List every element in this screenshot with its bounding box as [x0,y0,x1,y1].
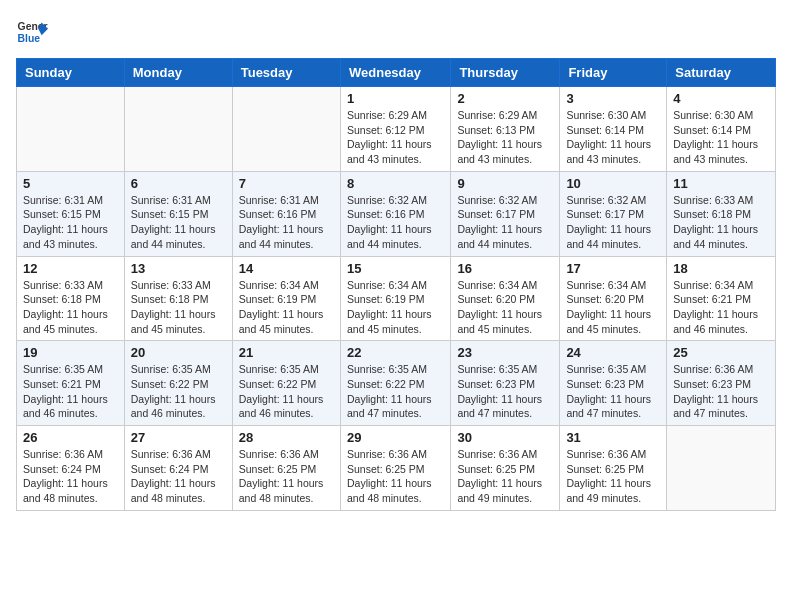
week-row-4: 19Sunrise: 6:35 AM Sunset: 6:21 PM Dayli… [17,341,776,426]
calendar-table: SundayMondayTuesdayWednesdayThursdayFrid… [16,58,776,511]
day-header-saturday: Saturday [667,59,776,87]
day-info: Sunrise: 6:34 AM Sunset: 6:19 PM Dayligh… [347,278,444,337]
day-info: Sunrise: 6:33 AM Sunset: 6:18 PM Dayligh… [23,278,118,337]
day-number: 5 [23,176,118,191]
day-number: 23 [457,345,553,360]
day-info: Sunrise: 6:36 AM Sunset: 6:24 PM Dayligh… [23,447,118,506]
calendar-cell: 24Sunrise: 6:35 AM Sunset: 6:23 PM Dayli… [560,341,667,426]
week-row-2: 5Sunrise: 6:31 AM Sunset: 6:15 PM Daylig… [17,171,776,256]
day-number: 17 [566,261,660,276]
day-header-sunday: Sunday [17,59,125,87]
day-number: 26 [23,430,118,445]
day-info: Sunrise: 6:35 AM Sunset: 6:21 PM Dayligh… [23,362,118,421]
calendar-cell: 30Sunrise: 6:36 AM Sunset: 6:25 PM Dayli… [451,426,560,511]
calendar-cell: 25Sunrise: 6:36 AM Sunset: 6:23 PM Dayli… [667,341,776,426]
day-header-friday: Friday [560,59,667,87]
day-info: Sunrise: 6:36 AM Sunset: 6:25 PM Dayligh… [239,447,334,506]
day-info: Sunrise: 6:31 AM Sunset: 6:15 PM Dayligh… [131,193,226,252]
day-info: Sunrise: 6:35 AM Sunset: 6:22 PM Dayligh… [131,362,226,421]
calendar-cell: 13Sunrise: 6:33 AM Sunset: 6:18 PM Dayli… [124,256,232,341]
calendar-cell: 7Sunrise: 6:31 AM Sunset: 6:16 PM Daylig… [232,171,340,256]
calendar-cell: 20Sunrise: 6:35 AM Sunset: 6:22 PM Dayli… [124,341,232,426]
day-number: 21 [239,345,334,360]
day-info: Sunrise: 6:35 AM Sunset: 6:22 PM Dayligh… [347,362,444,421]
day-header-tuesday: Tuesday [232,59,340,87]
day-number: 4 [673,91,769,106]
calendar-cell: 4Sunrise: 6:30 AM Sunset: 6:14 PM Daylig… [667,87,776,172]
logo-icon: General Blue [16,16,48,48]
calendar-cell: 17Sunrise: 6:34 AM Sunset: 6:20 PM Dayli… [560,256,667,341]
day-info: Sunrise: 6:35 AM Sunset: 6:23 PM Dayligh… [566,362,660,421]
day-info: Sunrise: 6:34 AM Sunset: 6:20 PM Dayligh… [457,278,553,337]
day-info: Sunrise: 6:34 AM Sunset: 6:19 PM Dayligh… [239,278,334,337]
day-info: Sunrise: 6:36 AM Sunset: 6:25 PM Dayligh… [347,447,444,506]
day-number: 7 [239,176,334,191]
day-number: 27 [131,430,226,445]
calendar-cell: 9Sunrise: 6:32 AM Sunset: 6:17 PM Daylig… [451,171,560,256]
calendar-cell: 14Sunrise: 6:34 AM Sunset: 6:19 PM Dayli… [232,256,340,341]
calendar-cell: 26Sunrise: 6:36 AM Sunset: 6:24 PM Dayli… [17,426,125,511]
calendar-cell [17,87,125,172]
day-number: 1 [347,91,444,106]
day-number: 29 [347,430,444,445]
day-number: 16 [457,261,553,276]
day-info: Sunrise: 6:36 AM Sunset: 6:25 PM Dayligh… [566,447,660,506]
day-number: 22 [347,345,444,360]
page-header: General Blue [16,16,776,48]
day-number: 3 [566,91,660,106]
calendar-cell: 22Sunrise: 6:35 AM Sunset: 6:22 PM Dayli… [340,341,450,426]
calendar-cell [667,426,776,511]
calendar-cell: 3Sunrise: 6:30 AM Sunset: 6:14 PM Daylig… [560,87,667,172]
day-number: 12 [23,261,118,276]
day-info: Sunrise: 6:33 AM Sunset: 6:18 PM Dayligh… [673,193,769,252]
day-number: 24 [566,345,660,360]
day-info: Sunrise: 6:33 AM Sunset: 6:18 PM Dayligh… [131,278,226,337]
calendar-cell: 5Sunrise: 6:31 AM Sunset: 6:15 PM Daylig… [17,171,125,256]
day-info: Sunrise: 6:29 AM Sunset: 6:12 PM Dayligh… [347,108,444,167]
day-number: 10 [566,176,660,191]
day-info: Sunrise: 6:31 AM Sunset: 6:16 PM Dayligh… [239,193,334,252]
calendar-cell: 31Sunrise: 6:36 AM Sunset: 6:25 PM Dayli… [560,426,667,511]
day-info: Sunrise: 6:34 AM Sunset: 6:21 PM Dayligh… [673,278,769,337]
calendar-cell: 1Sunrise: 6:29 AM Sunset: 6:12 PM Daylig… [340,87,450,172]
calendar-cell [124,87,232,172]
calendar-cell: 23Sunrise: 6:35 AM Sunset: 6:23 PM Dayli… [451,341,560,426]
day-header-wednesday: Wednesday [340,59,450,87]
day-info: Sunrise: 6:32 AM Sunset: 6:17 PM Dayligh… [457,193,553,252]
calendar-cell: 15Sunrise: 6:34 AM Sunset: 6:19 PM Dayli… [340,256,450,341]
day-number: 31 [566,430,660,445]
day-number: 19 [23,345,118,360]
day-number: 20 [131,345,226,360]
calendar-cell: 29Sunrise: 6:36 AM Sunset: 6:25 PM Dayli… [340,426,450,511]
day-number: 18 [673,261,769,276]
day-number: 11 [673,176,769,191]
day-info: Sunrise: 6:35 AM Sunset: 6:23 PM Dayligh… [457,362,553,421]
calendar-cell: 10Sunrise: 6:32 AM Sunset: 6:17 PM Dayli… [560,171,667,256]
day-number: 9 [457,176,553,191]
calendar-cell: 21Sunrise: 6:35 AM Sunset: 6:22 PM Dayli… [232,341,340,426]
day-number: 2 [457,91,553,106]
calendar-cell: 6Sunrise: 6:31 AM Sunset: 6:15 PM Daylig… [124,171,232,256]
day-number: 6 [131,176,226,191]
day-header-thursday: Thursday [451,59,560,87]
day-number: 28 [239,430,334,445]
calendar-cell: 19Sunrise: 6:35 AM Sunset: 6:21 PM Dayli… [17,341,125,426]
calendar-cell: 28Sunrise: 6:36 AM Sunset: 6:25 PM Dayli… [232,426,340,511]
day-number: 8 [347,176,444,191]
calendar-cell: 18Sunrise: 6:34 AM Sunset: 6:21 PM Dayli… [667,256,776,341]
day-number: 25 [673,345,769,360]
day-info: Sunrise: 6:32 AM Sunset: 6:17 PM Dayligh… [566,193,660,252]
week-row-3: 12Sunrise: 6:33 AM Sunset: 6:18 PM Dayli… [17,256,776,341]
day-number: 15 [347,261,444,276]
week-row-5: 26Sunrise: 6:36 AM Sunset: 6:24 PM Dayli… [17,426,776,511]
day-info: Sunrise: 6:34 AM Sunset: 6:20 PM Dayligh… [566,278,660,337]
calendar-cell: 12Sunrise: 6:33 AM Sunset: 6:18 PM Dayli… [17,256,125,341]
calendar-cell: 16Sunrise: 6:34 AM Sunset: 6:20 PM Dayli… [451,256,560,341]
svg-text:Blue: Blue [18,33,41,44]
calendar-cell: 2Sunrise: 6:29 AM Sunset: 6:13 PM Daylig… [451,87,560,172]
day-number: 13 [131,261,226,276]
calendar-cell: 27Sunrise: 6:36 AM Sunset: 6:24 PM Dayli… [124,426,232,511]
day-number: 30 [457,430,553,445]
day-header-monday: Monday [124,59,232,87]
week-row-1: 1Sunrise: 6:29 AM Sunset: 6:12 PM Daylig… [17,87,776,172]
